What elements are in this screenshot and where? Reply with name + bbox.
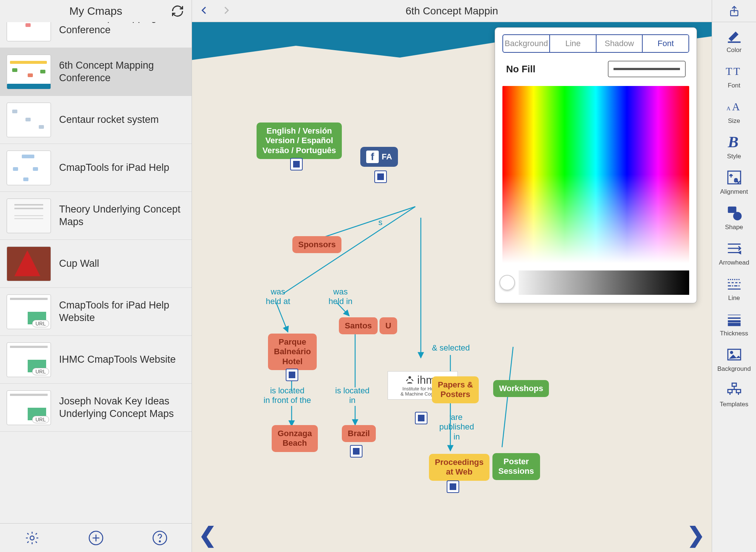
tool-label: Font [728,82,740,89]
list-item[interactable]: URL Joseph Novak Key Ideas Underlying Co… [0,384,192,432]
sidebar-list[interactable]: 2nd Concept Mapping Conference 6th Conce… [0,22,192,523]
link-label: are published in [439,413,474,442]
list-item[interactable]: 6th Concept Mapping Conference [0,48,192,96]
seg-line[interactable]: Line [549,35,596,52]
nav-forward-icon[interactable] [221,5,232,17]
tool-color[interactable]: Color [712,22,756,58]
link-label: is located in [335,386,370,406]
svg-point-4 [409,376,411,379]
resource-icon[interactable] [447,478,459,493]
resource-icon[interactable] [374,168,387,183]
tool-style[interactable]: B Style [712,128,756,164]
sidebar: My Cmaps 2nd Concept Mapping Conference [0,0,192,552]
refresh-icon[interactable] [170,4,185,18]
tool-thickness[interactable]: Thickness [712,306,756,341]
tool-alignment[interactable]: a Alignment [712,164,756,199]
list-thumb: URL [7,390,51,425]
resource-icon[interactable] [290,156,303,170]
pager-prev-icon[interactable]: ❮ [199,522,217,548]
node-gonzaga[interactable]: Gonzaga Beach [272,425,318,452]
url-badge: URL [32,320,49,327]
list-thumb [7,246,51,281]
help-button[interactable] [150,528,169,548]
sidebar-item-label: CmapTools for iPad Help [59,162,169,174]
node-sponsors[interactable]: Sponsors [292,236,341,253]
tool-label: Alignment [720,188,748,196]
canvas[interactable]: English / Versión Version / Español Vers… [192,22,712,552]
tool-label: Shape [725,224,743,231]
node-poster-sessions[interactable]: Poster Sessions [492,453,540,480]
list-thumb [7,199,51,233]
tool-templates[interactable]: Templates [712,376,756,412]
list-item[interactable]: CmapTools for iPad Help [0,144,192,192]
list-item[interactable]: URL CmapTools for iPad Help Website [0,288,192,336]
node-proceedings[interactable]: Proceedings at Web [429,454,489,481]
resource-icon[interactable] [286,366,298,381]
nav-back-icon[interactable] [199,5,210,17]
tool-label: Line [728,294,740,302]
tool-label: Color [726,46,742,54]
pager-next-icon[interactable]: ❯ [687,522,705,548]
sidebar-item-label: Cup Wall [59,258,99,270]
tool-line[interactable]: Line [712,270,756,306]
tool-label: Background [717,365,751,373]
svg-text:T: T [733,65,740,77]
node-papers-posters[interactable]: Papers & Posters [432,376,479,403]
svg-point-17 [730,351,732,353]
brightness-slider[interactable] [519,270,689,295]
svg-point-0 [30,536,34,540]
svg-text:T: T [726,65,732,77]
sidebar-item-label: Joseph Novak Key Ideas Underlying Concep… [59,395,185,420]
brightness-knob[interactable] [499,275,515,290]
link-label: is located in front of the [264,386,311,406]
node-parque[interactable]: Parque Balneário Hotel [268,334,317,370]
tool-font[interactable]: TT Font [712,58,756,93]
svg-rect-19 [728,390,732,393]
list-item[interactable]: 2nd Concept Mapping Conference [0,22,192,48]
list-item[interactable]: URL IHMC CmapTools Website [0,336,192,384]
list-thumb [7,55,51,89]
seg-font[interactable]: Font [642,35,688,52]
list-thumb: URL [7,294,51,329]
main: 6th Concept Mappin [192,0,712,552]
tool-background[interactable]: Background [712,341,756,376]
resource-icon[interactable] [415,410,427,424]
node-brazil[interactable]: Brazil [342,425,376,442]
svg-point-3 [159,541,160,542]
list-item[interactable]: Theory Underlying Concept Maps [0,192,192,240]
share-button[interactable] [712,0,756,22]
current-color-swatch[interactable] [608,61,685,77]
tool-arrowhead[interactable]: Arrowhead [712,235,756,270]
color-popover: Background Line Shadow Font No Fill [495,27,697,303]
sidebar-item-label: IHMC CmapTools Website [59,353,176,366]
no-fill-label[interactable]: No Fill [506,63,535,75]
node-santos[interactable]: Santos [339,317,378,334]
tool-size[interactable]: AA Size [712,93,756,128]
svg-text:A: A [726,105,730,111]
sidebar-header: My Cmaps [0,0,192,22]
color-spectrum[interactable] [502,86,689,263]
list-item[interactable]: Cup Wall [0,240,192,288]
svg-point-15 [733,212,742,220]
resource-icon[interactable] [350,443,362,458]
seg-background[interactable]: Background [503,35,549,52]
sidebar-item-label: CmapTools for iPad Help Website [59,299,185,324]
seg-shadow[interactable]: Shadow [596,35,642,52]
node-language[interactable]: English / Versión Version / Español Vers… [257,123,342,159]
add-button[interactable] [86,528,106,548]
sidebar-item-label: Theory Underlying Concept Maps [59,203,185,228]
sidebar-item-label: Centaur rocket system [59,114,159,126]
list-item[interactable]: Centaur rocket system [0,96,192,144]
node-u[interactable]: U [379,317,397,334]
url-badge: URL [32,368,49,375]
link-label: was held in [329,287,353,307]
node-workshops[interactable]: Workshops [493,380,549,397]
node-facebook[interactable]: f FA [360,147,398,167]
settings-button[interactable] [23,528,42,548]
style-segment-control[interactable]: Background Line Shadow Font [502,34,689,53]
sidebar-item-label: 6th Concept Mapping Conference [59,59,185,84]
svg-text:a: a [734,176,738,183]
tool-shape[interactable]: Shape [712,199,756,235]
tool-label: Arrowhead [719,259,749,266]
list-thumb [7,22,51,41]
